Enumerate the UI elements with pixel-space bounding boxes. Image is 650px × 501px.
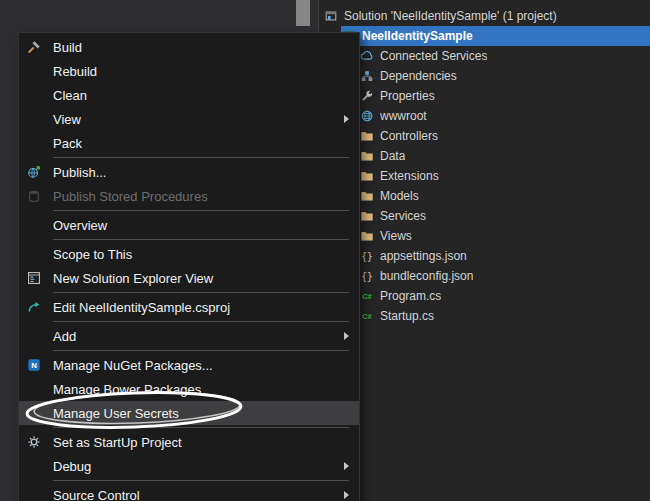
menu-separator: [53, 239, 349, 240]
tree-item-startup-cs[interactable]: ✓C#Startup.cs: [359, 306, 650, 326]
folder-icon: [359, 168, 375, 184]
tree-item-label: Data: [380, 149, 405, 163]
scrollbar-thumb[interactable]: [296, 0, 310, 26]
menu-item-manage-user-secrets[interactable]: Manage User Secrets: [19, 401, 359, 425]
tree-item-dependencies[interactable]: Dependencies: [359, 66, 650, 86]
tree-item-label: wwwroot: [380, 109, 427, 123]
submenu-arrow-icon: [344, 491, 349, 499]
folder-icon: [359, 128, 375, 144]
json-icon: {}: [359, 268, 375, 284]
tree-item-label: bundleconfig.json: [380, 269, 473, 283]
csharp-file-icon: C#: [359, 288, 375, 304]
menu-separator: [53, 157, 349, 158]
tree-item-connected-services[interactable]: Connected Services: [359, 46, 650, 66]
tree-item-label: Controllers: [380, 129, 438, 143]
menu-item-label: Edit NeelIdentitySample.csproj: [53, 300, 359, 315]
gear-icon: [25, 435, 43, 449]
menu-item-build[interactable]: Build: [19, 35, 359, 59]
csharp-file-icon: C#: [359, 308, 375, 324]
svg-text:C#: C#: [362, 292, 372, 301]
tree-item-solution-neelidentitysample-1-project[interactable]: Solution 'NeelIdentitySample' (1 project…: [323, 6, 650, 26]
tree-item-data[interactable]: Data: [359, 146, 650, 166]
menu-item-label: Manage User Secrets: [53, 406, 359, 421]
menu-item-debug[interactable]: Debug: [19, 454, 359, 478]
menu-item-label: Publish Stored Procedures: [53, 189, 359, 204]
tree-item-label: Properties: [380, 89, 435, 103]
menu-item-manage-bower-packages[interactable]: Manage Bower Packages: [19, 377, 359, 401]
wrench-icon: [359, 88, 375, 104]
submenu-arrow-icon: [344, 462, 349, 470]
menu-separator: [53, 350, 349, 351]
tree-item-models[interactable]: Models: [359, 186, 650, 206]
menu-item-label: Manage Bower Packages: [53, 382, 359, 397]
svg-text:{}: {}: [361, 251, 373, 262]
dependencies-icon: [359, 68, 375, 84]
submenu-arrow-icon: [344, 115, 349, 123]
tree-item-extensions[interactable]: Extensions: [359, 166, 650, 186]
tree-item-properties[interactable]: Properties: [359, 86, 650, 106]
tree-item-label: Models: [380, 189, 419, 203]
tree-item-label: Extensions: [380, 169, 439, 183]
tree-item-label: NeelIdentitySample: [362, 29, 473, 43]
tree-item-controllers[interactable]: Controllers: [359, 126, 650, 146]
tree-item-bundleconfig-json[interactable]: {}bundleconfig.json: [359, 266, 650, 286]
tree-item-label: Services: [380, 209, 426, 223]
menu-item-view[interactable]: View: [19, 107, 359, 131]
menu-item-source-control[interactable]: Source Control: [19, 483, 359, 501]
edit-arrow-icon: [25, 300, 43, 314]
menu-item-clean[interactable]: Clean: [19, 83, 359, 107]
tree-item-label: appsettings.json: [380, 249, 467, 263]
tree-item-views[interactable]: Views: [359, 226, 650, 246]
menu-separator: [53, 292, 349, 293]
menu-item-set-as-startup-project[interactable]: Set as StartUp Project: [19, 430, 359, 454]
menu-item-scope-to-this[interactable]: Scope to This: [19, 242, 359, 266]
menu-item-manage-nuget-packages[interactable]: NManage NuGet Packages...: [19, 353, 359, 377]
tree-item-neelidentitysample[interactable]: C#NeelIdentitySample: [341, 26, 650, 46]
tree-item-label: Solution 'NeelIdentitySample' (1 project…: [344, 9, 557, 23]
menu-item-label: Debug: [53, 459, 344, 474]
folder-icon: [359, 148, 375, 164]
submenu-arrow-icon: [344, 332, 349, 340]
menu-item-edit-neelidentitysample-csproj[interactable]: Edit NeelIdentitySample.csproj: [19, 295, 359, 319]
connected-services-icon: [359, 48, 375, 64]
vs-window: Solution 'NeelIdentitySample' (1 project…: [0, 0, 650, 501]
project-context-menu: BuildRebuildCleanViewPackPublish...Publi…: [18, 32, 360, 501]
nuget-icon: N: [25, 358, 43, 372]
menu-item-label: Pack: [53, 136, 359, 151]
svg-text:{}: {}: [361, 271, 373, 282]
menu-separator: [53, 210, 349, 211]
folder-icon: [359, 228, 375, 244]
tree-item-label: Views: [380, 229, 412, 243]
menu-separator: [53, 480, 349, 481]
menu-item-publish-stored-procedures[interactable]: Publish Stored Procedures: [19, 184, 359, 208]
menu-item-new-solution-explorer-view[interactable]: New Solution Explorer View: [19, 266, 359, 290]
menu-item-label: Clean: [53, 88, 359, 103]
tree-item-label: Startup.cs: [380, 309, 434, 323]
publish-icon: [25, 165, 43, 179]
solution-explorer-panel: Solution 'NeelIdentitySample' (1 project…: [318, 0, 650, 501]
menu-item-add[interactable]: Add: [19, 324, 359, 348]
menu-item-overview[interactable]: Overview: [19, 213, 359, 237]
menu-item-label: Build: [53, 40, 359, 55]
tree-item-services[interactable]: Services: [359, 206, 650, 226]
menu-item-label: View: [53, 112, 344, 127]
svg-text:N: N: [31, 361, 37, 370]
build-icon: [25, 40, 43, 54]
tree-item-program-cs[interactable]: C#Program.cs: [359, 286, 650, 306]
folder-icon: [359, 208, 375, 224]
menu-item-publish[interactable]: Publish...: [19, 160, 359, 184]
tree-item-label: Program.cs: [380, 289, 441, 303]
menu-item-label: New Solution Explorer View: [53, 271, 359, 286]
menu-item-label: Publish...: [53, 165, 359, 180]
menu-item-pack[interactable]: Pack: [19, 131, 359, 155]
folder-icon: [359, 188, 375, 204]
menu-item-label: Rebuild: [53, 64, 359, 79]
menu-item-label: Overview: [53, 218, 359, 233]
globe-icon: [359, 108, 375, 124]
menu-item-label: Manage NuGet Packages...: [53, 358, 359, 373]
tree-item-wwwroot[interactable]: wwwroot: [359, 106, 650, 126]
menu-item-rebuild[interactable]: Rebuild: [19, 59, 359, 83]
tree-item-appsettings-json[interactable]: {}appsettings.json: [359, 246, 650, 266]
menu-item-label: Set as StartUp Project: [53, 435, 359, 450]
menu-separator: [53, 321, 349, 322]
